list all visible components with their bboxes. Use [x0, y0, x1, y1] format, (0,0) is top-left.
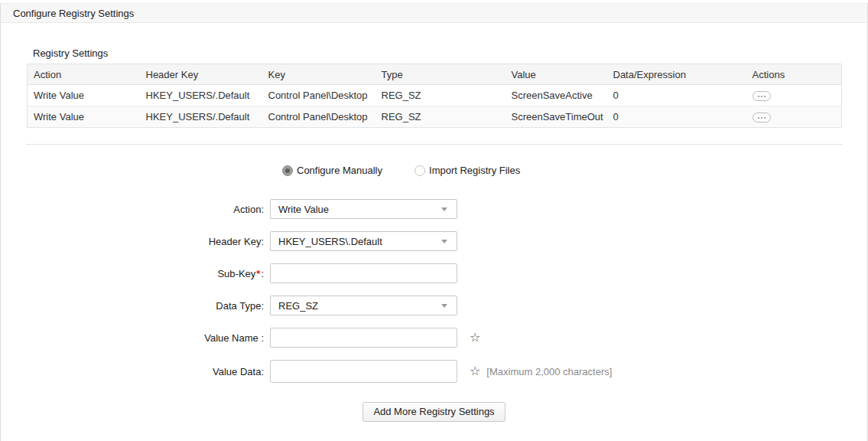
- header-key-row: Header Key: HKEY_USERS\.Default: [1, 231, 867, 251]
- cell-header-key: HKEY_USERS/.Default: [140, 106, 262, 128]
- header-key-select[interactable]: HKEY_USERS\.Default: [270, 231, 457, 251]
- value-name-row: Value Name : ☆: [1, 328, 867, 348]
- mode-radio-group: Configure Manually Import Registry Files: [282, 165, 867, 176]
- header-key-label: Header Key:: [1, 236, 270, 247]
- col-header-value: Value: [506, 64, 607, 85]
- header-key-select-value: HKEY_USERS\.Default: [278, 236, 441, 247]
- registry-settings-table: Action Header Key Key Type Value Data/Ex…: [27, 64, 842, 128]
- table-row: Write Value HKEY_USERS/.Default Control …: [28, 85, 842, 106]
- col-header-data-expression: Data/Expression: [607, 64, 746, 85]
- sub-key-row: Sub-Key*:: [1, 263, 867, 283]
- page-title: Configure Registry Settings: [1, 3, 867, 23]
- value-name-label: Value Name :: [1, 332, 270, 344]
- radio-configure-manually-label: Configure Manually: [297, 165, 382, 176]
- data-type-row: Data Type: REG_SZ: [1, 296, 867, 315]
- add-more-registry-settings-button[interactable]: Add More Registry Settings: [362, 402, 505, 422]
- radio-selected-icon[interactable]: [282, 165, 293, 176]
- col-header-header-key: Header Key: [140, 64, 262, 85]
- data-type-select[interactable]: REG_SZ: [270, 296, 457, 315]
- chevron-down-icon: [441, 304, 447, 308]
- sub-key-label: Sub-Key*:: [1, 268, 270, 279]
- data-type-select-value: REG_SZ: [278, 300, 441, 312]
- dotted-divider: [27, 144, 842, 145]
- value-name-input[interactable]: [270, 328, 457, 348]
- action-select-value: Write Value: [278, 204, 441, 215]
- cell-action: Write Value: [28, 85, 140, 106]
- button-row: Add More Registry Settings: [1, 402, 867, 422]
- cell-value: ScreenSaveActive: [506, 85, 607, 106]
- radio-import-registry-files[interactable]: Import Registry Files: [414, 165, 520, 176]
- cell-data-expression: 0: [607, 85, 746, 106]
- action-label: Action:: [1, 204, 270, 215]
- value-data-input[interactable]: [270, 360, 457, 383]
- cell-header-key: HKEY_USERS/.Default: [140, 85, 262, 106]
- chevron-down-icon: [441, 240, 447, 243]
- radio-unselected-icon[interactable]: [414, 165, 425, 176]
- row-actions-ellipsis-icon[interactable]: [753, 113, 771, 122]
- col-header-action: Action: [28, 64, 140, 85]
- col-header-type: Type: [375, 64, 506, 85]
- table-row: Write Value HKEY_USERS/.Default Control …: [28, 106, 842, 128]
- col-header-key: Key: [262, 64, 375, 85]
- action-row: Action: Write Value: [1, 199, 867, 219]
- action-select[interactable]: Write Value: [270, 199, 457, 219]
- col-header-actions: Actions: [746, 64, 842, 85]
- chevron-down-icon: [441, 207, 447, 211]
- max-characters-note: [Maximum 2,000 characters]: [486, 366, 612, 377]
- star-icon[interactable]: ☆: [470, 332, 480, 344]
- configure-registry-settings-panel: Configure Registry Settings Registry Set…: [0, 3, 868, 441]
- radio-configure-manually[interactable]: Configure Manually: [282, 165, 382, 176]
- value-data-row: Value Data: ☆ [Maximum 2,000 characters]: [1, 360, 867, 383]
- row-actions-ellipsis-icon[interactable]: [753, 91, 771, 101]
- data-type-label: Data Type:: [1, 300, 270, 312]
- radio-import-registry-files-label: Import Registry Files: [429, 165, 520, 176]
- table-header-row: Action Header Key Key Type Value Data/Ex…: [28, 64, 842, 85]
- cell-value: ScreenSaveTimeOut: [506, 106, 607, 128]
- cell-actions: [746, 85, 842, 106]
- cell-actions: [746, 106, 842, 128]
- cell-type: REG_SZ: [375, 85, 506, 106]
- sub-key-input[interactable]: [270, 263, 457, 283]
- value-data-label: Value Data:: [1, 366, 270, 377]
- cell-key: Control Panel\Desktop: [262, 106, 375, 128]
- registry-form: Action: Write Value Header Key: HKEY_USE…: [1, 199, 867, 383]
- cell-data-expression: 0: [607, 106, 746, 128]
- cell-type: REG_SZ: [375, 106, 506, 128]
- star-icon[interactable]: ☆: [470, 365, 480, 377]
- cell-key: Control Panel\Desktop: [262, 85, 375, 106]
- cell-action: Write Value: [28, 106, 140, 128]
- registry-settings-section-title: Registry Settings: [33, 47, 867, 59]
